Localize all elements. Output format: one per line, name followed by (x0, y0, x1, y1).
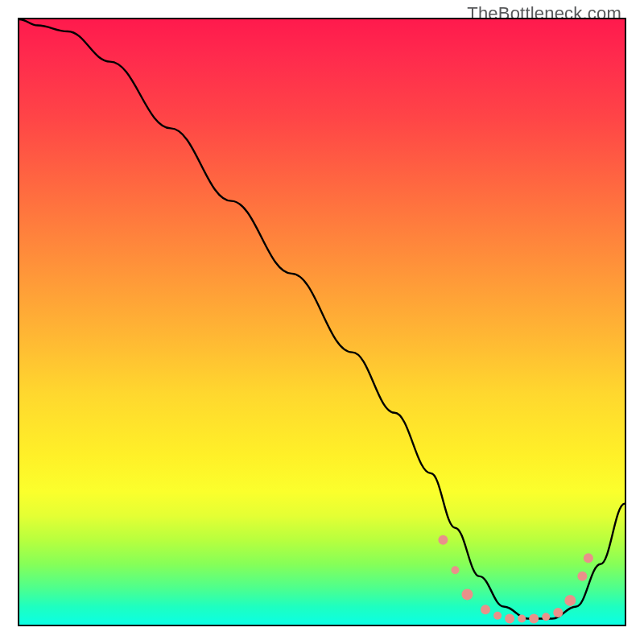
highlight-bead (577, 572, 587, 581)
plot-area (18, 18, 626, 626)
highlight-bead (518, 614, 526, 622)
highlight-bead (564, 595, 576, 606)
highlight-bead (481, 605, 490, 614)
curve-layer (19, 19, 625, 625)
highlight-bead (553, 608, 563, 617)
highlight-bead (493, 612, 502, 620)
chart-frame: TheBottleneck.com (0, 0, 644, 644)
highlight-bead (451, 566, 459, 574)
highlight-bead (529, 613, 539, 623)
highlight-bead (505, 613, 514, 623)
highlight-bead (542, 613, 550, 621)
highlight-bead (461, 588, 473, 600)
highlight-bead (438, 535, 448, 545)
highlight-beads (438, 535, 592, 624)
bottleneck-curve (19, 19, 625, 618)
highlight-bead (584, 553, 593, 563)
